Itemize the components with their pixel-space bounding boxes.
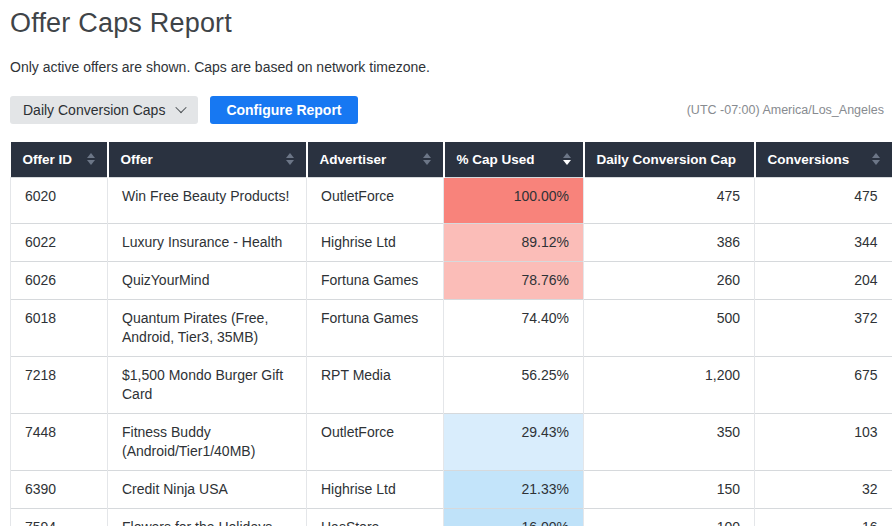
toolbar: Daily Conversion Caps Configure Report (…	[10, 96, 886, 124]
cell-cap-used: 74.40%	[444, 299, 584, 356]
cell-offer-id: 6018	[11, 299, 108, 356]
cell-cap-used: 21.33%	[444, 470, 584, 508]
column-header-offer[interactable]: Offer	[108, 142, 307, 177]
page-title: Offer Caps Report	[10, 8, 886, 39]
offer-caps-table: Offer IDOfferAdvertiser% Cap UsedDaily C…	[10, 142, 892, 526]
table-row: 6026QuizYourMindFortuna Games78.76%26020…	[11, 261, 892, 299]
column-header-label: % Cap Used	[457, 152, 535, 167]
cell-daily-cap: 260	[584, 261, 755, 299]
timezone-label: (UTC -07:00) America/Los_Angeles	[687, 103, 886, 117]
cell-conversions: 372	[755, 299, 892, 356]
table-row: 6390Credit Ninja USAHighrise Ltd21.33%15…	[11, 470, 892, 508]
configure-report-button[interactable]: Configure Report	[210, 96, 357, 124]
column-header-cap-used[interactable]: % Cap Used	[444, 142, 584, 177]
cell-conversions: 103	[755, 413, 892, 470]
cell-cap-used: 56.25%	[444, 356, 584, 413]
cell-daily-cap: 100	[584, 508, 755, 526]
cell-offer: $1,500 Mondo Burger Gift Card	[108, 356, 307, 413]
cell-conversions: 204	[755, 261, 892, 299]
chevron-down-icon	[176, 101, 187, 112]
cell-offer: Win Free Beauty Products!	[108, 177, 307, 223]
report-type-dropdown-label: Daily Conversion Caps	[23, 102, 165, 118]
column-header-daily-conversion-cap: Daily Conversion Cap	[584, 142, 755, 177]
cell-offer-id: 6020	[11, 177, 108, 223]
cell-cap-used: 16.00%	[444, 508, 584, 526]
cell-conversions: 475	[755, 177, 892, 223]
cell-advertiser: Highrise Ltd	[307, 470, 444, 508]
table-row: 7448Fitness Buddy (Android/Tier1/40MB)Ou…	[11, 413, 892, 470]
cell-offer: Quantum Pirates (Free, Android, Tier3, 3…	[108, 299, 307, 356]
cell-offer: Fitness Buddy (Android/Tier1/40MB)	[108, 413, 307, 470]
cell-offer-id: 6022	[11, 223, 108, 261]
offer-caps-report-page: Offer Caps Report Only active offers are…	[0, 0, 896, 526]
table-row: 6022Luxury Insurance - HealthHighrise Lt…	[11, 223, 892, 261]
table-row: 7218$1,500 Mondo Burger Gift CardRPT Med…	[11, 356, 892, 413]
table-row: 7594Flowers for the HolidaysHasStore16.0…	[11, 508, 892, 526]
cell-conversions: 16	[755, 508, 892, 526]
cell-advertiser: RPT Media	[307, 356, 444, 413]
cell-advertiser: OutletForce	[307, 413, 444, 470]
table-row: 6018Quantum Pirates (Free, Android, Tier…	[11, 299, 892, 356]
cell-offer: Credit Ninja USA	[108, 470, 307, 508]
report-type-dropdown[interactable]: Daily Conversion Caps	[10, 96, 198, 124]
column-header-label: Advertiser	[320, 152, 387, 167]
column-header-label: Daily Conversion Cap	[597, 152, 737, 167]
cell-cap-used: 29.43%	[444, 413, 584, 470]
sort-icon[interactable]	[87, 153, 95, 165]
cell-cap-used: 100.00%	[444, 177, 584, 223]
cell-advertiser: Fortuna Games	[307, 299, 444, 356]
cell-cap-used: 78.76%	[444, 261, 584, 299]
cell-offer: Luxury Insurance - Health	[108, 223, 307, 261]
cell-daily-cap: 386	[584, 223, 755, 261]
cell-advertiser: Fortuna Games	[307, 261, 444, 299]
cell-offer-id: 7448	[11, 413, 108, 470]
sort-icon[interactable]	[563, 153, 571, 165]
sort-icon[interactable]	[286, 153, 294, 165]
column-header-label: Offer ID	[23, 152, 73, 167]
page-subtitle: Only active offers are shown. Caps are b…	[10, 59, 886, 75]
table-row: 6020Win Free Beauty Products!OutletForce…	[11, 177, 892, 223]
cell-daily-cap: 350	[584, 413, 755, 470]
column-header-label: Offer	[121, 152, 153, 167]
cell-offer-id: 6390	[11, 470, 108, 508]
sort-icon[interactable]	[423, 153, 431, 165]
cell-daily-cap: 475	[584, 177, 755, 223]
cell-conversions: 32	[755, 470, 892, 508]
cell-offer-id: 7218	[11, 356, 108, 413]
cell-offer: Flowers for the Holidays	[108, 508, 307, 526]
cell-daily-cap: 1,200	[584, 356, 755, 413]
column-header-label: Conversions	[768, 152, 850, 167]
cell-offer-id: 6026	[11, 261, 108, 299]
sort-icon[interactable]	[872, 153, 880, 165]
cell-daily-cap: 150	[584, 470, 755, 508]
cell-offer-id: 7594	[11, 508, 108, 526]
cell-advertiser: OutletForce	[307, 177, 444, 223]
cell-daily-cap: 500	[584, 299, 755, 356]
column-header-advertiser[interactable]: Advertiser	[307, 142, 444, 177]
cell-conversions: 675	[755, 356, 892, 413]
column-header-conversions[interactable]: Conversions	[755, 142, 892, 177]
cell-offer: QuizYourMind	[108, 261, 307, 299]
cell-conversions: 344	[755, 223, 892, 261]
table-header: Offer IDOfferAdvertiser% Cap UsedDaily C…	[11, 142, 892, 177]
column-header-offer-id[interactable]: Offer ID	[11, 142, 108, 177]
cell-advertiser: Highrise Ltd	[307, 223, 444, 261]
cell-cap-used: 89.12%	[444, 223, 584, 261]
cell-advertiser: HasStore	[307, 508, 444, 526]
